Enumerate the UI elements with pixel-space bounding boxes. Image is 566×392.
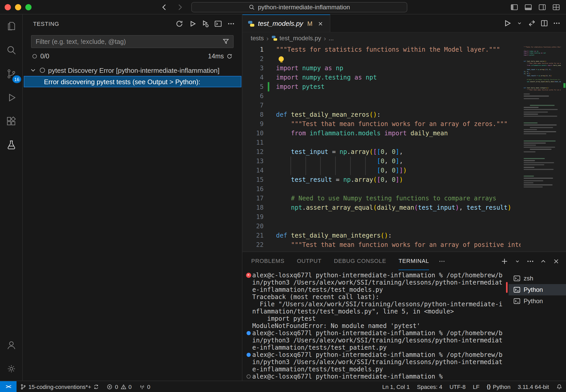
run-python-file-button[interactable] <box>502 18 512 29</box>
line-number[interactable]: 10 <box>242 129 264 138</box>
line-number[interactable]: 12 <box>242 147 264 156</box>
terminal-line[interactable]: in/python3 /Users/alex/work/SSI/training… <box>244 358 509 366</box>
code-editor[interactable]: 1"""Tests for statistics functions withi… <box>242 44 566 252</box>
terminal-line[interactable]: alex@c-losxq677l python-intermediate-inf… <box>244 373 509 380</box>
problems-status[interactable]: 0 0 <box>103 381 135 392</box>
line-number[interactable]: 8 <box>242 110 264 119</box>
editor-more-actions-button[interactable] <box>552 18 562 29</box>
tab-problems[interactable]: PROBLEMS <box>251 252 285 270</box>
code-line[interactable]: 13[0, 0], <box>242 156 566 166</box>
code-line[interactable]: 20 <box>242 222 566 231</box>
chevron-down-icon[interactable] <box>29 67 37 74</box>
line-number[interactable]: 15 <box>242 175 264 184</box>
toggle-panel-button[interactable] <box>524 3 533 12</box>
code-line[interactable]: 14[0, 0]]) <box>242 166 566 175</box>
line-number[interactable]: 20 <box>242 222 264 231</box>
terminal-line[interactable]: e-inflammation/tests/test_models.py <box>244 286 509 293</box>
line-number[interactable]: 21 <box>242 231 264 240</box>
close-panel-button[interactable] <box>552 256 561 266</box>
line-number[interactable]: 3 <box>242 64 264 73</box>
code-line[interactable]: 3import numpy as np <box>242 64 566 73</box>
code-line[interactable]: 21def test_daily_mean_integers(): <box>242 231 566 240</box>
terminal-profile-dropdown-button[interactable] <box>513 256 522 266</box>
line-number[interactable]: 19 <box>242 212 264 222</box>
encoding-status[interactable]: UTF-8 <box>446 381 469 392</box>
code-line[interactable]: 11 <box>242 138 566 147</box>
code-line[interactable]: 7 <box>242 101 566 110</box>
line-number[interactable]: 13 <box>242 156 264 166</box>
terminal-line[interactable]: e-inflammation/tests/test_models.py <box>244 366 509 373</box>
activity-extensions[interactable] <box>0 109 22 133</box>
tab-debug-console[interactable]: DEBUG CONSOLE <box>334 252 386 270</box>
code-content[interactable]: 1"""Tests for statistics functions withi… <box>242 45 566 252</box>
terminal-session-python[interactable]: Python <box>509 295 566 307</box>
toggle-secondary-sidebar-button[interactable] <box>538 3 547 12</box>
filter-funnel-icon[interactable] <box>222 38 230 45</box>
terminal-session-zsh[interactable]: zsh <box>509 273 566 284</box>
test-tree-parent-row[interactable]: pytest Discovery Error [python-intermedi… <box>23 65 242 76</box>
tab-close-button[interactable] <box>317 19 325 28</box>
minimize-window-button[interactable] <box>15 4 21 10</box>
notifications-button[interactable] <box>553 381 566 392</box>
line-number[interactable]: 16 <box>242 184 264 194</box>
terminal-line[interactable]: nflammation/tests/test_models.py", line … <box>244 308 509 315</box>
language-mode[interactable]: {} Python <box>483 381 514 392</box>
terminal-line[interactable]: in/python3 /Users/alex/work/SSI/training… <box>244 337 509 344</box>
line-number[interactable]: 6 <box>242 91 264 101</box>
info-command-decoration-icon[interactable] <box>244 353 252 357</box>
activity-settings[interactable] <box>0 357 22 381</box>
command-center-search[interactable]: python-intermediate-inflammation <box>191 2 407 12</box>
panel-tabs-more-button[interactable] <box>438 257 446 265</box>
activity-search[interactable] <box>0 38 22 62</box>
customize-layout-button[interactable] <box>552 3 561 12</box>
code-line[interactable]: 22 """Test that mean function works for … <box>242 240 566 249</box>
line-number[interactable]: 1 <box>242 45 264 54</box>
code-line[interactable]: 4import numpy.testing as npt <box>242 73 566 82</box>
git-branch-status[interactable]: 15-coding-conventions*+ <box>17 381 103 392</box>
minimap[interactable]: """Tests for statistics functions within… <box>521 44 566 252</box>
line-number[interactable]: 7 <box>242 101 264 110</box>
split-editor-button[interactable] <box>539 18 549 29</box>
terminal-line[interactable]: alex@c-losxq677l python-intermediate-inf… <box>244 351 509 358</box>
back-button[interactable] <box>159 2 170 12</box>
breadcrumb-symbol[interactable]: ... <box>329 35 334 42</box>
ports-status[interactable]: 0 <box>135 381 154 392</box>
rerun-icon[interactable] <box>226 53 233 59</box>
tab-test-models[interactable]: test_models.py M <box>242 14 331 32</box>
line-number[interactable]: 17 <box>242 194 264 203</box>
show-test-output-button[interactable] <box>212 18 224 29</box>
eol-status[interactable]: LF <box>469 381 483 392</box>
activity-accounts[interactable] <box>0 333 22 357</box>
line-number[interactable]: 2 <box>242 54 264 64</box>
code-line[interactable]: 17 # Need to use Numpy testing functions… <box>242 194 566 203</box>
run-all-tests-button[interactable] <box>187 18 198 29</box>
code-line[interactable]: 10 from inflammation.models import daily… <box>242 129 566 138</box>
new-terminal-button[interactable] <box>500 256 509 266</box>
code-line[interactable]: 2 <box>242 54 566 64</box>
line-number[interactable]: 5 <box>242 82 264 91</box>
code-line[interactable]: 19 <box>242 212 566 222</box>
line-number[interactable]: 4 <box>242 73 264 82</box>
remote-indicator[interactable]: >< <box>0 381 17 392</box>
line-number[interactable]: 11 <box>242 138 264 147</box>
code-line[interactable]: 9 """Test that mean function works for a… <box>242 119 566 129</box>
python-interpreter[interactable]: 3.11.4 64-bit <box>514 381 553 392</box>
line-number[interactable]: 14 <box>242 166 264 175</box>
refresh-tests-button[interactable] <box>174 18 185 29</box>
terminal-line[interactable]: File "/Users/alex/work/SSI/training/less… <box>244 301 509 308</box>
error-command-decoration-icon[interactable]: × <box>244 273 252 278</box>
close-window-button[interactable] <box>5 4 11 10</box>
activity-testing[interactable] <box>0 133 22 157</box>
info-command-decoration-icon[interactable] <box>244 331 252 335</box>
lightbulb-icon[interactable] <box>279 56 284 61</box>
cursor-position[interactable]: Ln 1, Col 1 <box>379 381 413 392</box>
breadcrumb-folder[interactable]: tests <box>251 35 264 42</box>
line-number[interactable]: 22 <box>242 240 264 249</box>
code-line[interactable]: 6 <box>242 91 566 101</box>
run-dropdown-button[interactable] <box>514 18 525 29</box>
pending-command-decoration-icon[interactable] <box>244 374 252 379</box>
test-filter-input[interactable] <box>31 35 234 48</box>
line-number[interactable]: 18 <box>242 203 264 212</box>
open-changes-button[interactable] <box>527 18 537 29</box>
code-line[interactable]: 12 test_input = np.array([[0, 0], <box>242 147 566 156</box>
